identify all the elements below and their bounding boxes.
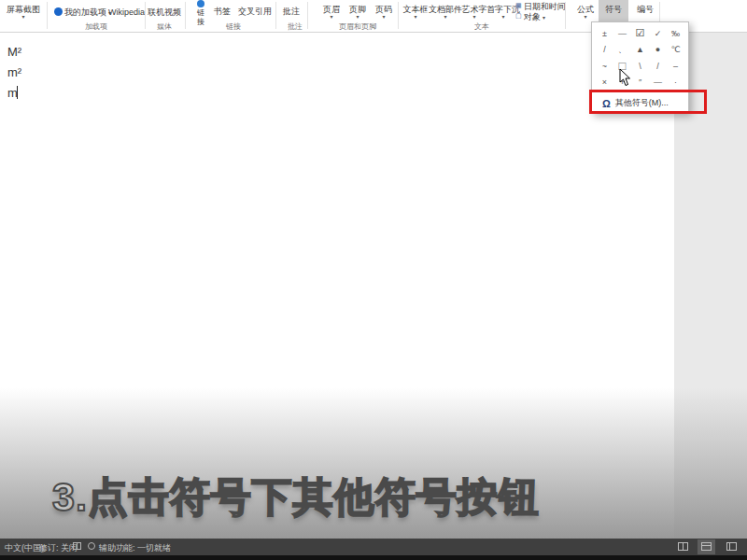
- symbol-label: 符号: [605, 5, 622, 14]
- symbol-cell[interactable]: ‰: [667, 25, 684, 42]
- bookmark-label: 书签: [214, 7, 231, 16]
- comment-button[interactable]: 批注: [283, 7, 300, 16]
- header-button[interactable]: 页眉 ▾: [319, 5, 344, 20]
- link-label-2: 接: [197, 18, 204, 26]
- link-label-1: 链: [197, 8, 204, 17]
- wikipedia-label: Wikipedia: [108, 7, 145, 17]
- footer-button[interactable]: 页脚 ▾: [345, 5, 370, 20]
- screenshot-button[interactable]: 屏幕截图 ▾: [2, 5, 45, 20]
- page-number-button[interactable]: 页码 ▾: [372, 5, 396, 20]
- ribbon-divider: [398, 2, 399, 29]
- symbol-cell[interactable]: ●: [649, 42, 667, 59]
- symbol-cell[interactable]: ~: [596, 58, 613, 75]
- proofing-book-icon[interactable]: [73, 542, 81, 550]
- chevron-down-icon: ▾: [571, 15, 599, 20]
- symbol-cell[interactable]: ℃: [667, 42, 684, 59]
- group-label-comments: 批注: [267, 22, 323, 31]
- symbol-cell[interactable]: 、: [613, 42, 631, 59]
- quick-parts-button[interactable]: 文档部件 ▾: [429, 5, 462, 20]
- tutorial-caption: 3.点击符号下其他符号按钮: [52, 470, 540, 525]
- comment-label: 批注: [283, 7, 300, 16]
- chevron-down-icon: ▾: [2, 15, 45, 20]
- chevron-down-icon: ▾: [543, 15, 545, 21]
- group-label-header-footer: 页眉和页脚: [330, 22, 386, 31]
- read-mode-icon[interactable]: [678, 542, 688, 551]
- wikipedia-button[interactable]: Wikipedia: [108, 7, 145, 17]
- symbol-cell[interactable]: \: [631, 58, 649, 75]
- symbol-cell[interactable]: ▲: [631, 42, 649, 59]
- online-video-label: 联机视频: [148, 7, 181, 17]
- my-addins-label: 我的加载项: [64, 7, 106, 17]
- status-bar: 中文(中国) 修订: 关闭 辅助功能: 一切就绪: [0, 539, 747, 555]
- track-changes-status[interactable]: 修订: 关闭: [39, 542, 78, 554]
- symbol-cell[interactable]: /: [596, 42, 613, 59]
- addins-icon: [54, 7, 63, 16]
- my-addins-button[interactable]: 我的加载项▾: [64, 7, 111, 18]
- online-video-button[interactable]: 联机视频: [148, 7, 181, 17]
- symbol-cell[interactable]: ✓: [649, 25, 667, 42]
- chevron-down-icon: ▾: [372, 15, 396, 20]
- group-label-links: 链接: [205, 22, 261, 31]
- letterbox-strip: [0, 555, 747, 560]
- text-box-button[interactable]: 文本框 ▾: [402, 5, 429, 20]
- bookmark-button[interactable]: 书签: [214, 7, 231, 16]
- symbol-cell[interactable]: ″: [631, 75, 649, 91]
- number-button[interactable]: 编号: [631, 5, 659, 14]
- print-layout-icon[interactable]: [701, 542, 712, 551]
- ribbon-divider: [565, 2, 566, 29]
- symbol-cell[interactable]: ×: [596, 75, 613, 91]
- symbol-cell[interactable]: ±: [596, 25, 613, 42]
- object-icon: ▢: [515, 12, 522, 20]
- document-text-line: m²: [7, 65, 21, 79]
- symbol-cell[interactable]: –: [667, 58, 684, 75]
- equation-label: 公式: [577, 5, 594, 14]
- text-cursor: [17, 86, 18, 99]
- symbol-cell[interactable]: ☑: [631, 25, 649, 42]
- cross-reference-button[interactable]: 交叉引用: [238, 7, 272, 16]
- word-art-label: 艺术字: [462, 5, 487, 14]
- group-label-addins: 加载项: [68, 22, 124, 31]
- symbol-button[interactable]: 符号: [599, 0, 628, 21]
- chevron-down-icon: ▾: [345, 15, 370, 20]
- chevron-down-icon: ▾: [402, 15, 429, 20]
- word-art-button[interactable]: 艺术字 ▾: [461, 5, 487, 20]
- chevron-down-icon: ▾: [319, 15, 344, 20]
- object-label: 对象: [524, 12, 541, 21]
- object-button[interactable]: 对象▾: [524, 12, 545, 22]
- symbol-cell[interactable]: /: [649, 58, 667, 75]
- document-text-line: M²: [7, 45, 21, 59]
- symbol-cell[interactable]: —: [649, 75, 667, 91]
- mouse-cursor-icon: [619, 68, 633, 87]
- group-label-media: 媒体: [136, 22, 192, 31]
- recent-symbols-grid: ± — ☑ ✓ ‰ / 、 ▲ ● ℃ ~ □ \ / – × + ″ — ·: [596, 25, 684, 91]
- date-time-button[interactable]: 日期和时间: [524, 2, 566, 11]
- page-number-label: 页码: [375, 5, 392, 14]
- word-window: 屏幕截图 ▾ 我的加载项▾ Wikipedia 联机视频 链 接 书签 交叉引用: [0, 0, 747, 560]
- number-label: 编号: [637, 5, 654, 14]
- screenshot-label: 屏幕截图: [7, 5, 40, 14]
- group-label-text: 文本: [454, 22, 510, 31]
- accessibility-icon: [88, 542, 95, 550]
- ribbon-divider: [47, 2, 48, 29]
- chevron-down-icon: ▾: [429, 15, 462, 20]
- language-status[interactable]: 中文(中国): [5, 542, 44, 554]
- date-time-label: 日期和时间: [524, 2, 566, 11]
- footer-label: 页脚: [349, 5, 366, 14]
- date-time-icon: ▦: [515, 2, 522, 9]
- quick-parts-label: 文档部件: [429, 5, 462, 14]
- chevron-down-icon: ▾: [461, 15, 487, 20]
- accessibility-status[interactable]: 辅助功能: 一切就绪: [99, 542, 171, 554]
- equation-button[interactable]: 公式 ▾: [571, 5, 599, 20]
- tutorial-highlight-rectangle: [589, 90, 707, 114]
- symbol-cell[interactable]: ·: [667, 75, 684, 91]
- cross-reference-label: 交叉引用: [238, 7, 272, 16]
- symbol-cell[interactable]: —: [613, 25, 631, 42]
- header-label: 页眉: [323, 5, 340, 14]
- text-box-label: 文本框: [403, 5, 429, 14]
- link-icon: [197, 0, 204, 7]
- web-layout-icon[interactable]: [726, 542, 737, 551]
